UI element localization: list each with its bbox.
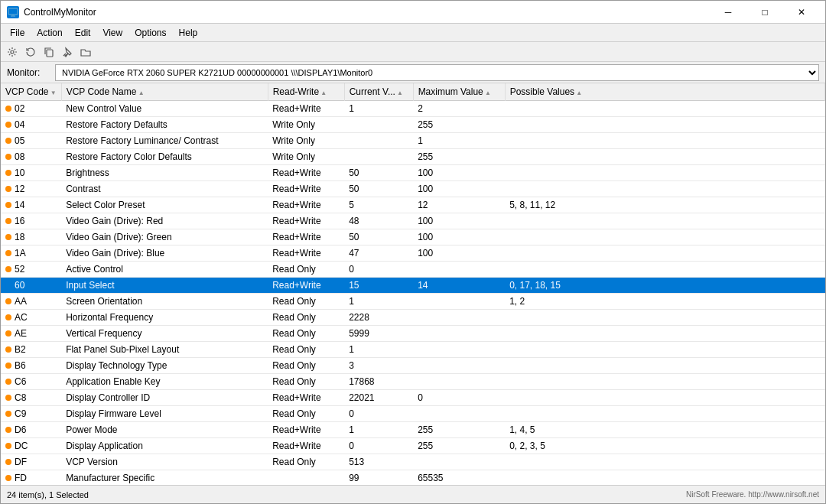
table-row[interactable]: 02 New Control Value Read+Write 1 2: [1, 101, 825, 117]
vcp-code-value: 05: [15, 135, 24, 146]
cell-possible: [505, 374, 824, 390]
menu-file[interactable]: File: [4, 26, 31, 40]
cell-read-write: Read Only: [268, 294, 344, 310]
cell-possible: [505, 390, 824, 406]
app-icon: [7, 6, 19, 18]
table-header-row: VCP Code VCP Code Name Read-Write Curren…: [1, 83, 825, 101]
cell-max: 65535: [413, 470, 505, 486]
table-row[interactable]: B2 Flat Panel Sub-Pixel Layout Read Only…: [1, 342, 825, 358]
cell-possible: [505, 101, 824, 117]
table-row[interactable]: 18 Video Gain (Drive): Green Read+Write …: [1, 229, 825, 245]
col-vcp-name[interactable]: VCP Code Name: [61, 83, 268, 101]
table-row[interactable]: 10 Brightness Read+Write 50 100: [1, 165, 825, 181]
cell-read-write: Read Only: [268, 326, 344, 342]
cell-read-write: Read+Write: [268, 278, 344, 294]
table-row[interactable]: 52 Active Control Read Only 0: [1, 262, 825, 278]
cell-possible: [505, 454, 824, 470]
cell-possible: 0, 2, 3, 5: [505, 438, 824, 454]
cell-vcp-name: Power Mode: [61, 422, 268, 438]
cell-current: 5999: [344, 326, 413, 342]
vcp-code-value: 52: [15, 264, 24, 275]
cell-vcp-code: C8: [1, 390, 61, 406]
cell-possible: 1, 2: [505, 294, 824, 310]
cell-vcp-code: 60: [1, 278, 61, 294]
table-row[interactable]: AA Screen Orientation Read Only 1 1, 2: [1, 294, 825, 310]
table-row[interactable]: 08 Restore Factory Color Defaults Write …: [1, 149, 825, 165]
col-read-write[interactable]: Read-Write: [268, 83, 344, 101]
col-possible[interactable]: Possible Values: [505, 83, 824, 101]
cell-max: [413, 262, 505, 278]
cell-current: 48: [344, 213, 413, 229]
cell-max: 100: [413, 165, 505, 181]
status-dot: [5, 250, 11, 256]
minimize-button[interactable]: ─: [711, 4, 746, 21]
table-row[interactable]: 14 Select Color Preset Read+Write 5 12 5…: [1, 197, 825, 213]
table-row[interactable]: 1A Video Gain (Drive): Blue Read+Write 4…: [1, 245, 825, 262]
cell-current: 0: [344, 438, 413, 454]
cell-vcp-code: 04: [1, 117, 61, 133]
cell-current: 47: [344, 245, 413, 262]
table-row[interactable]: B6 Display Technology Type Read Only 3: [1, 358, 825, 374]
table-row[interactable]: AC Horizontal Frequency Read Only 2228: [1, 310, 825, 326]
cell-read-write: Write Only: [268, 117, 344, 133]
cell-vcp-name: Input Select: [61, 278, 268, 294]
col-current[interactable]: Current V...: [344, 83, 413, 101]
table-row[interactable]: 16 Video Gain (Drive): Red Read+Write 48…: [1, 213, 825, 229]
cell-read-write: Read Only: [268, 374, 344, 390]
toolbar-btn-3[interactable]: [41, 44, 57, 60]
status-dot: [5, 379, 11, 385]
cell-vcp-code: FD: [1, 470, 61, 486]
table-row[interactable]: DF VCP Version Read Only 513: [1, 454, 825, 470]
menu-help[interactable]: Help: [173, 26, 204, 40]
cell-max: [413, 326, 505, 342]
cell-possible: 1, 4, 5: [505, 422, 824, 438]
cell-max: 255: [413, 422, 505, 438]
cell-vcp-name: Video Gain (Drive): Blue: [61, 245, 268, 262]
cell-vcp-code: DF: [1, 454, 61, 470]
table-row[interactable]: C9 Display Firmware Level Read Only 0: [1, 406, 825, 422]
vcp-code-value: 18: [15, 232, 24, 242]
menu-view[interactable]: View: [96, 26, 128, 40]
vcp-code-value: 10: [15, 167, 24, 178]
table-container[interactable]: VCP Code VCP Code Name Read-Write Curren…: [1, 83, 825, 485]
toolbar-btn-2[interactable]: [22, 44, 39, 60]
vcp-code-value: 14: [15, 200, 24, 210]
menu-action[interactable]: Action: [31, 26, 68, 40]
toolbar-btn-5[interactable]: [77, 44, 94, 60]
vcp-code-value: C9: [15, 408, 26, 419]
table-row[interactable]: DC Display Application Read+Write 0 255 …: [1, 438, 825, 454]
table-row[interactable]: D6 Power Mode Read+Write 1 255 1, 4, 5: [1, 422, 825, 438]
cell-possible: [505, 326, 824, 342]
monitor-bar: Monitor: NVIDIA GeForce RTX 2060 SUPER K…: [1, 62, 825, 83]
menu-options[interactable]: Options: [128, 26, 172, 40]
table-row[interactable]: 60 Input Select Read+Write 15 14 0, 17, …: [1, 278, 825, 294]
cell-possible: [505, 229, 824, 245]
cell-vcp-name: Video Gain (Drive): Green: [61, 229, 268, 245]
vcp-code-value: AA: [15, 296, 27, 307]
monitor-select[interactable]: NVIDIA GeForce RTX 2060 SUPER K2721UD 00…: [55, 64, 819, 81]
col-vcp-code[interactable]: VCP Code: [1, 83, 61, 101]
cell-vcp-code: 05: [1, 133, 61, 149]
table-row[interactable]: AE Vertical Frequency Read Only 5999: [1, 326, 825, 342]
cell-current: 5: [344, 197, 413, 213]
table-row[interactable]: FD Manufacturer Specific 99 65535: [1, 470, 825, 486]
cell-max: [413, 454, 505, 470]
table-row[interactable]: 05 Restore Factory Luminance/ Contrast W…: [1, 133, 825, 149]
maximize-button[interactable]: □: [747, 4, 782, 21]
cell-max: [413, 310, 505, 326]
table-row[interactable]: 12 Contrast Read+Write 50 100: [1, 181, 825, 197]
close-button[interactable]: ✕: [784, 4, 819, 21]
table-row[interactable]: 04 Restore Factory Defaults Write Only 2…: [1, 117, 825, 133]
table-row[interactable]: C6 Application Enable Key Read Only 1786…: [1, 374, 825, 390]
menu-bar: File Action Edit View Options Help: [1, 24, 825, 42]
toolbar-btn-4[interactable]: [59, 44, 76, 60]
toolbar-btn-1[interactable]: [4, 44, 21, 60]
main-window: ControlMyMonitor ─ □ ✕ File Action Edit …: [0, 0, 826, 504]
cell-max: 100: [413, 229, 505, 245]
menu-edit[interactable]: Edit: [69, 26, 97, 40]
title-bar: ControlMyMonitor ─ □ ✕: [1, 1, 825, 24]
table-row[interactable]: C8 Display Controller ID Read+Write 2202…: [1, 390, 825, 406]
col-max[interactable]: Maximum Value: [413, 83, 505, 101]
cell-current: 1: [344, 294, 413, 310]
vcp-code-value: AE: [15, 328, 27, 339]
